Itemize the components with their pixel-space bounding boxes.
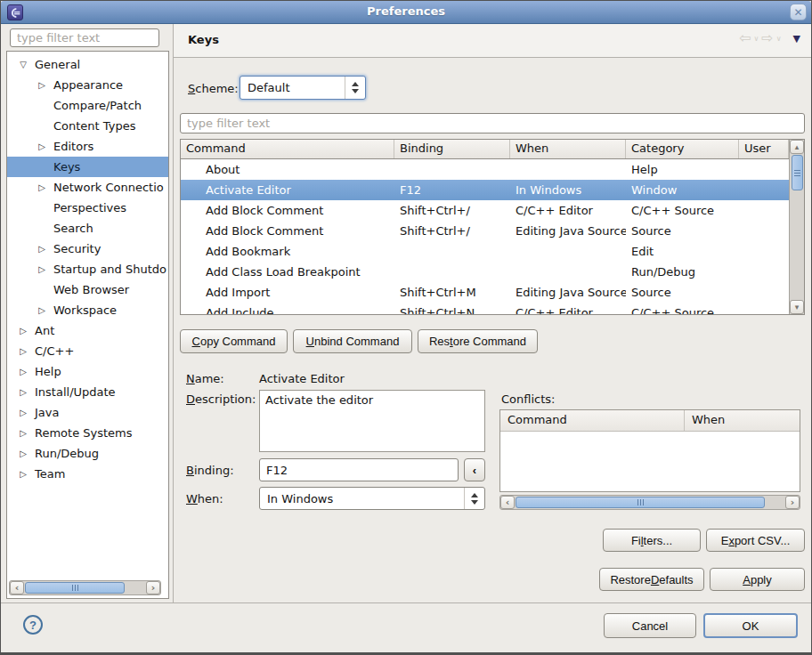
tree-item-keys[interactable]: Keys <box>7 157 168 177</box>
back-arrow-icon[interactable]: ⇦ <box>739 31 751 45</box>
collapse-icon[interactable]: ▽ <box>18 60 28 69</box>
tree-item-appearance[interactable]: ▷Appearance <box>7 75 168 95</box>
tree-item-run-debug[interactable]: ▷Run/Debug <box>7 443 168 464</box>
name-value: Activate Editor <box>259 372 345 385</box>
binding-row[interactable]: Add IncludeShift+Ctrl+NC/C++ EditorC/C++… <box>181 303 804 315</box>
titlebar[interactable]: Preferences ✕ <box>1 1 811 24</box>
tree-item-ant[interactable]: ▷Ant <box>7 320 168 341</box>
binding-row[interactable]: Add Block CommentShift+Ctrl+/C/C++ Edito… <box>181 200 804 221</box>
binding-row[interactable]: Add ImportShift+Ctrl+MEditing Java Sourc… <box>181 282 804 303</box>
column-header-category[interactable]: Category <box>626 140 739 158</box>
expand-icon[interactable]: ▷ <box>18 367 28 376</box>
cell-binding: Shift+Ctrl+/ <box>394 204 510 217</box>
cell-binding: Shift+Ctrl+N <box>394 306 510 315</box>
tree-item-general[interactable]: ▽General <box>7 54 168 75</box>
apply-button[interactable]: Apply <box>710 568 805 591</box>
help-button[interactable]: ? <box>23 615 43 635</box>
binding-row[interactable]: AboutHelp <box>181 159 804 180</box>
tree-item-label: C/C++ <box>35 344 74 358</box>
scrollbar-thumb[interactable] <box>516 497 765 508</box>
close-button[interactable]: ✕ <box>790 4 807 20</box>
combo-spinner-icon[interactable] <box>464 488 484 509</box>
copy-command-button[interactable]: Copy Command <box>180 329 288 353</box>
expand-icon[interactable]: ▷ <box>18 449 28 458</box>
column-header-user[interactable]: User <box>739 140 789 158</box>
cancel-button[interactable]: Cancel <box>604 613 696 638</box>
export-csv-button[interactable]: Export CSV... <box>706 529 805 552</box>
expand-icon[interactable]: ▷ <box>37 264 47 274</box>
description-textarea[interactable]: Activate the editor <box>259 390 485 452</box>
tree-item-workspace[interactable]: ▷Workspace <box>7 300 168 320</box>
conflicts-column-header-command[interactable]: Command <box>500 410 685 431</box>
tree-item-content-types[interactable]: Content Types <box>7 116 168 136</box>
tree-item-label: Web Browser <box>53 283 129 296</box>
when-combo[interactable]: In Windows <box>259 487 485 510</box>
binding-back-button[interactable]: ‹ <box>464 458 485 481</box>
conflicts-horizontal-scrollbar[interactable]: ‹ › <box>499 495 800 510</box>
tree-item-compare-patch[interactable]: Compare/Patch <box>7 95 168 116</box>
tree-item-remote-systems[interactable]: ▷Remote Systems <box>7 423 168 443</box>
view-menu-icon[interactable]: ▼ <box>793 33 800 44</box>
scroll-up-button[interactable]: ▴ <box>790 140 804 154</box>
restore-defaults-button[interactable]: Restore Defaults <box>599 568 704 591</box>
tree-item-search[interactable]: Search <box>7 218 168 239</box>
tree-item-install-update[interactable]: ▷Install/Update <box>7 382 168 402</box>
scroll-left-button[interactable]: ‹ <box>500 496 515 509</box>
expand-icon[interactable]: ▷ <box>37 305 47 315</box>
expand-icon[interactable]: ▷ <box>37 182 47 192</box>
sidebar-horizontal-scrollbar[interactable]: ‹ › <box>9 580 161 595</box>
filters-button[interactable]: Filters... <box>603 529 701 552</box>
expand-icon[interactable]: ▷ <box>18 346 28 356</box>
back-dropdown-icon[interactable]: ∨ <box>753 35 759 43</box>
scroll-right-button[interactable]: › <box>146 581 160 594</box>
expand-icon[interactable]: ▷ <box>18 428 28 438</box>
unbind-command-button[interactable]: Unbind Command <box>293 329 412 353</box>
column-header-when[interactable]: When <box>510 140 626 158</box>
sidebar-filter-input[interactable] <box>10 28 159 47</box>
command-filter-input[interactable] <box>180 113 805 133</box>
scrollbar-thumb[interactable] <box>25 582 125 594</box>
expand-icon[interactable]: ▷ <box>37 244 47 254</box>
binding-row[interactable]: Add Block CommentShift+Ctrl+/Editing Jav… <box>181 221 804 241</box>
tree-item-perspectives[interactable]: Perspectives <box>7 198 168 218</box>
cell-when: C/C++ Editor <box>510 204 626 217</box>
expand-icon[interactable]: ▷ <box>37 80 47 90</box>
expand-icon[interactable]: ▷ <box>18 326 28 336</box>
ok-button[interactable]: OK <box>703 613 798 638</box>
scheme-combo[interactable]: Default <box>240 76 366 100</box>
table-vertical-scrollbar[interactable]: ▴ ▾ <box>789 140 804 314</box>
tree-item-web-browser[interactable]: Web Browser <box>7 279 168 300</box>
forward-dropdown-icon[interactable]: ∨ <box>776 35 782 43</box>
restore-command-button[interactable]: Restore Command <box>418 329 538 353</box>
scrollbar-track[interactable] <box>790 190 804 300</box>
cell-binding: F12 <box>394 183 510 197</box>
tree-item-network-connectio[interactable]: ▷Network Connectio <box>7 177 168 198</box>
combo-spinner-icon[interactable] <box>345 77 365 99</box>
expand-icon[interactable]: ▷ <box>18 387 28 397</box>
forward-arrow-icon[interactable]: ⇨ <box>761 31 773 45</box>
tree-item-label: Team <box>35 467 65 481</box>
expand-icon[interactable]: ▷ <box>18 408 28 417</box>
column-header-command[interactable]: Command <box>181 140 394 158</box>
binding-row[interactable]: Add Class Load BreakpointRun/Debug <box>181 262 804 282</box>
tree-item-editors[interactable]: ▷Editors <box>7 136 168 157</box>
scroll-left-button[interactable]: ‹ <box>10 581 24 594</box>
binding-row[interactable]: Activate EditorF12In WindowsWindow <box>181 180 804 200</box>
conflicts-column-header-when[interactable]: When <box>685 410 800 431</box>
tree-item-label: Install/Update <box>35 385 116 399</box>
scroll-right-button[interactable]: › <box>785 496 800 509</box>
tree-item-team[interactable]: ▷Team <box>7 464 168 484</box>
tree-item-security[interactable]: ▷Security <box>7 239 168 259</box>
scrollbar-thumb[interactable] <box>792 155 803 190</box>
cell-category: Window <box>626 183 739 197</box>
expand-icon[interactable]: ▷ <box>18 469 28 479</box>
tree-item-java[interactable]: ▷Java <box>7 402 168 423</box>
tree-item-help[interactable]: ▷Help <box>7 361 168 382</box>
scroll-down-button[interactable]: ▾ <box>790 300 804 314</box>
tree-item-c-c-[interactable]: ▷C/C++ <box>7 341 168 361</box>
binding-row[interactable]: Add BookmarkEdit <box>181 241 804 262</box>
expand-icon[interactable]: ▷ <box>37 142 47 151</box>
column-header-binding[interactable]: Binding <box>394 140 510 158</box>
tree-item-startup-and-shutdo[interactable]: ▷Startup and Shutdo <box>7 259 168 279</box>
binding-input[interactable] <box>259 458 459 481</box>
